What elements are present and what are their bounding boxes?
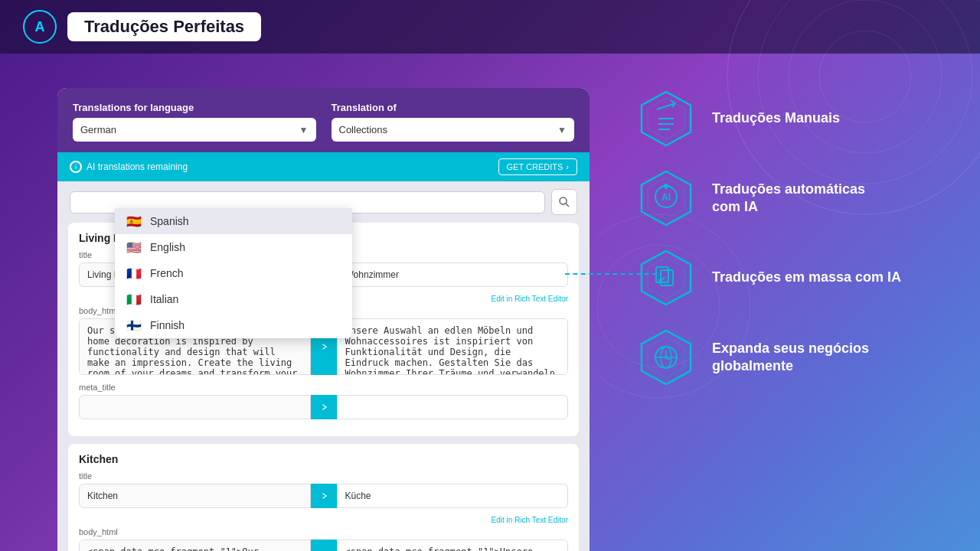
lang-italian: Italian	[150, 293, 178, 305]
lang-french: French	[150, 267, 184, 279]
app-title: Traduções Perfeitas	[67, 12, 261, 41]
top-controls: Translations for language German Spanish…	[57, 88, 590, 152]
search-icon	[558, 196, 570, 208]
target-input-title-k[interactable]	[337, 484, 569, 508]
ai-translation-text: AI translations remaining	[87, 161, 188, 172]
right-panel: Traduções Manuais AI Traduções automátic…	[635, 88, 957, 388]
field-label-title-k: title	[79, 471, 568, 481]
translate-btn-title-k[interactable]	[311, 484, 337, 508]
ai-bar-info: i AI translations remaining	[70, 161, 188, 173]
svg-point-30	[665, 356, 668, 359]
dropdown-item-french[interactable]: 🇫🇷 French	[115, 260, 352, 286]
left-panel: Translations for language German Spanish…	[57, 88, 590, 551]
feature-mass-ai: Traduções em massa com IA	[635, 247, 957, 308]
arrow-right-translate-icon-3	[318, 401, 330, 413]
svg-text:AI: AI	[662, 192, 671, 203]
hexagon-icon-expand	[635, 327, 697, 388]
field-label-body-k: body_html	[79, 527, 568, 536]
dropdown-item-spanish[interactable]: 🇪🇸 Spanish	[115, 208, 352, 234]
target-input-meta-lr[interactable]	[337, 395, 569, 419]
target-input-title-lr[interactable]	[337, 262, 569, 287]
feature-manual: Traduções Manuais	[635, 88, 957, 149]
flag-english: 🇺🇸	[126, 242, 142, 253]
svg-marker-19	[642, 251, 691, 305]
hexagon-mass-ai	[635, 247, 697, 308]
svg-marker-20	[648, 257, 684, 298]
language-select-wrapper: German Spanish English French Italian Fi…	[73, 118, 316, 142]
flag-finnish: 🇫🇮	[126, 320, 142, 331]
translation-row-body-k: <span data-mce-fragment="1">Our selectio…	[79, 540, 568, 551]
flag-spanish: 🇪🇸	[126, 216, 142, 227]
feature-mass-ai-text: Traduções em massa com IA	[712, 269, 901, 286]
feature-expand-text: Expanda seus negóciosglobalmente	[712, 340, 869, 376]
flag-italian: 🇮🇹	[126, 294, 142, 305]
arrow-right-icon: ›	[566, 162, 569, 171]
flag-french: 🇫🇷	[126, 268, 142, 279]
rich-text-link-k[interactable]: Edit in Rich Text Editor	[79, 516, 568, 524]
translations-for-label: Translations for language	[73, 102, 316, 113]
translation-row-title-k	[79, 484, 568, 508]
feature-auto-ai: AI Traduções automáticascom IA	[635, 168, 957, 229]
dropdown-item-finnish[interactable]: 🇫🇮 Finnish	[115, 312, 352, 338]
translation-of-label: Translation of	[332, 102, 575, 113]
get-credits-label: GET CREDITS	[507, 162, 564, 171]
collection-control-group: Translation of Collections ▼	[332, 102, 575, 142]
header: A Traduções Perfeitas	[0, 0, 980, 54]
logo-icon: A	[23, 10, 57, 44]
arrow-right-translate-icon-4	[318, 490, 330, 502]
dropdown-item-english[interactable]: 🇺🇸 English	[115, 234, 352, 260]
field-label-meta-lr: meta_title	[79, 383, 568, 392]
target-textarea-body-lr[interactable]: Unsere Auswahl an edlen Möbeln und Wohna…	[337, 318, 569, 375]
feature-manual-text: Traduções Manuais	[712, 109, 840, 127]
info-icon: i	[70, 161, 82, 173]
language-control-group: Translations for language German Spanish…	[73, 102, 316, 142]
lang-spanish: Spanish	[150, 215, 189, 227]
svg-line-7	[566, 204, 569, 207]
hexagon-icon-auto-ai: AI	[635, 168, 697, 229]
language-select[interactable]: German Spanish English French Italian Fi…	[73, 118, 316, 142]
dropdown-item-italian[interactable]: 🇮🇹 Italian	[115, 286, 352, 312]
search-button[interactable]	[551, 189, 577, 215]
get-credits-button[interactable]: GET CREDITS ›	[498, 158, 577, 175]
source-input-title-k[interactable]	[79, 484, 311, 508]
hexagon-icon-manual	[635, 88, 697, 149]
translation-row-meta-lr	[79, 395, 568, 419]
collection-select[interactable]: Collections	[332, 118, 575, 142]
feature-expand: Expanda seus negóciosglobalmente	[635, 327, 957, 388]
hexagon-icon-mass-ai	[635, 247, 697, 308]
hexagon-manual	[635, 88, 697, 149]
collection-select-wrapper: Collections ▼	[332, 118, 575, 142]
hexagon-expand	[635, 327, 697, 388]
translate-btn-body-k[interactable]	[311, 540, 337, 551]
source-input-meta-lr[interactable]	[79, 395, 311, 419]
section-kitchen: Kitchen title Edit in Rich Text Editor b…	[68, 444, 579, 551]
svg-point-6	[560, 197, 567, 204]
source-textarea-body-k[interactable]: <span data-mce-fragment="1">Our selectio…	[79, 540, 311, 551]
translate-btn-meta-lr[interactable]	[311, 395, 337, 419]
hexagon-auto-ai: AI	[635, 168, 697, 229]
svg-point-17	[664, 184, 668, 188]
feature-auto-ai-text: Traduções automáticascom IA	[712, 181, 865, 217]
lang-english: English	[150, 241, 185, 253]
ai-bar: i AI translations remaining GET CREDITS …	[57, 152, 590, 181]
arrow-right-translate-icon-2	[318, 341, 330, 353]
target-textarea-body-k[interactable]: <span data-mce-fragment="1">Unsere Auswa…	[337, 540, 569, 551]
kitchen-title: Kitchen	[79, 453, 568, 465]
language-dropdown: 🇪🇸 Spanish 🇺🇸 English 🇫🇷 French 🇮🇹 Itali…	[115, 208, 352, 338]
lang-finnish: Finnish	[150, 319, 185, 331]
